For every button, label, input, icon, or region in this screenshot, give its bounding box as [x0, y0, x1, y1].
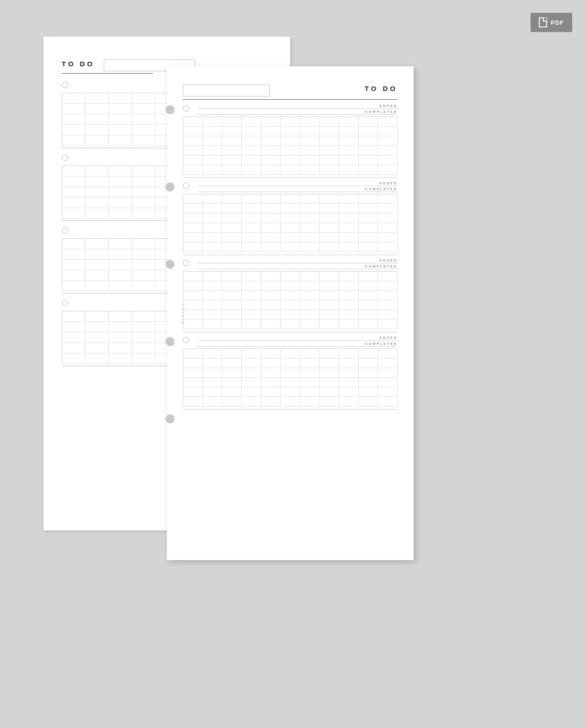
front-added-label-2: ADDED [379, 182, 398, 185]
grid-cell [222, 320, 242, 329]
grid-cell [359, 281, 378, 290]
grid-cell [261, 397, 281, 406]
grid-cell [203, 165, 223, 174]
grid-row [183, 204, 398, 214]
front-meta-2: ADDED [197, 182, 398, 185]
grid-cell [339, 387, 359, 396]
grid-cell [109, 93, 132, 103]
grid-cell [261, 233, 281, 242]
grid-cell [183, 291, 203, 300]
grid-cell [300, 127, 320, 136]
grid-cell [300, 223, 320, 232]
grid-cell [359, 359, 378, 368]
grid-cell [203, 300, 223, 310]
grid-cell [281, 349, 300, 358]
grid-cell [378, 155, 398, 165]
grid-cell [281, 387, 300, 396]
front-grid-2 [183, 194, 398, 252]
front-meta-line-2a [197, 186, 398, 186]
grid-cell [359, 368, 378, 377]
grid-cell [300, 291, 320, 300]
grid-cell [300, 146, 320, 155]
grid-row [183, 136, 398, 146]
grid-cell [62, 353, 85, 364]
grid-cell [242, 136, 261, 145]
grid-cell [359, 233, 378, 242]
back-todo-title: TO DO [62, 60, 95, 68]
grid-cell [242, 146, 261, 155]
grid-cell [281, 397, 300, 406]
grid-row [183, 233, 398, 242]
grid-cell [183, 204, 203, 213]
grid-cell [222, 155, 242, 165]
grid-cell [203, 214, 223, 223]
grid-cell [85, 260, 109, 270]
grid-cell [281, 146, 300, 155]
grid-cell [203, 194, 223, 203]
grid-cell [62, 177, 85, 187]
grid-cell [109, 249, 132, 259]
back-divider [62, 73, 153, 74]
grid-cell [222, 194, 242, 203]
grid-cell [203, 242, 223, 252]
grid-row [183, 165, 398, 175]
grid-cell [281, 300, 300, 310]
grid-cell [242, 291, 261, 300]
grid-cell [319, 233, 339, 242]
grid-cell [222, 300, 242, 310]
grid-cell [359, 117, 378, 126]
grid-cell [62, 208, 85, 218]
front-section-divider-3 [183, 332, 398, 332]
grid-row [183, 349, 398, 359]
front-grid-3 [183, 271, 398, 329]
grid-cell [281, 291, 300, 300]
grid-cell [203, 146, 223, 155]
grid-cell [183, 281, 203, 290]
grid-cell [183, 310, 203, 319]
grid-cell [203, 368, 223, 377]
front-meta-line-2b [197, 192, 398, 192]
grid-row [183, 117, 398, 127]
grid-row [183, 397, 398, 407]
front-meta-line-1b [197, 114, 398, 115]
grid-cell [281, 194, 300, 203]
front-date-box[interactable] [183, 85, 270, 96]
front-completed-row-1: COMPLETED [197, 110, 398, 113]
grid-cell [222, 368, 242, 377]
pdf-button[interactable]: PDF [531, 13, 572, 32]
grid-cell [261, 300, 281, 310]
grid-cell [242, 310, 261, 319]
grid-cell [281, 359, 300, 368]
grid-cell [203, 359, 223, 368]
front-completed-label-3: COMPLETED [365, 265, 398, 268]
grid-cell [183, 214, 203, 223]
grid-cell [339, 233, 359, 242]
grid-row [183, 359, 398, 368]
grid-cell [300, 214, 320, 223]
grid-cell [109, 281, 132, 291]
front-task-2: ADDED COMPLETED [183, 182, 398, 255]
grid-cell [281, 242, 300, 252]
grid-cell [300, 310, 320, 319]
front-todo-title: TO DO [365, 85, 398, 92]
grid-cell [85, 114, 109, 124]
grid-cell [339, 194, 359, 203]
grid-cell [62, 281, 85, 291]
grid-cell [319, 359, 339, 368]
grid-cell [281, 272, 300, 281]
grid-row [183, 272, 398, 281]
grid-cell [203, 349, 223, 358]
grid-cell [109, 104, 132, 114]
grid-cell [300, 387, 320, 396]
grid-cell [339, 359, 359, 368]
grid-cell [222, 387, 242, 396]
grid-cell [203, 310, 223, 319]
grid-cell [242, 204, 261, 213]
grid-cell [62, 166, 85, 176]
front-divider [183, 99, 398, 100]
grid-cell [359, 194, 378, 203]
grid-cell [261, 165, 281, 174]
grid-cell [319, 397, 339, 406]
grid-cell [261, 204, 281, 213]
grid-cell [261, 146, 281, 155]
